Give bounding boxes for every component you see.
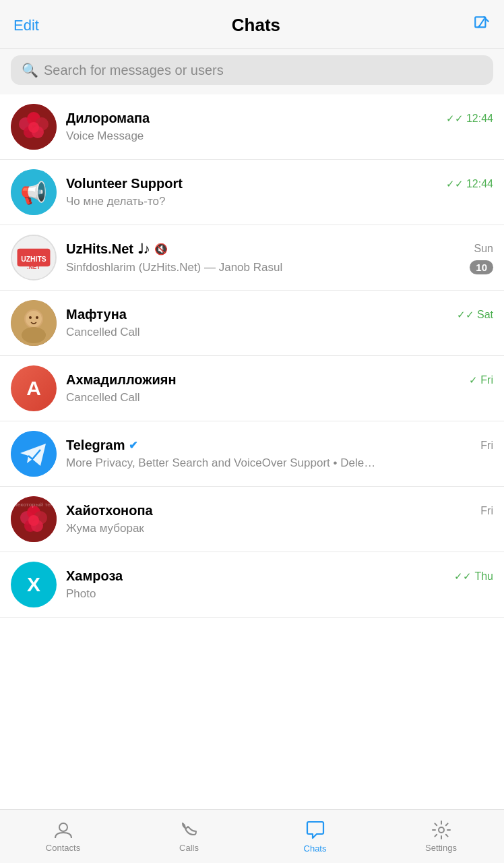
avatar-letter: X bbox=[27, 573, 40, 596]
chat-top-row: UzHits.Net ♩♪ 🔇 Sun bbox=[66, 241, 493, 257]
svg-point-18 bbox=[29, 316, 32, 319]
chat-content: UzHits.Net ♩♪ 🔇 Sun Sinfdoshlarim (UzHit… bbox=[66, 241, 493, 274]
chat-message: Voice Message bbox=[66, 129, 376, 143]
chat-content: Хайотхонопа Fri Жума муборак bbox=[66, 503, 493, 535]
chat-top-row: Дилоромапа ✓✓ 12:44 bbox=[66, 111, 493, 126]
compose-button[interactable] bbox=[473, 15, 491, 36]
chat-time: ✓ Fri bbox=[469, 374, 493, 386]
svg-point-27 bbox=[28, 515, 39, 526]
search-input[interactable]: 🔍 Search for messages or users bbox=[11, 55, 493, 85]
chat-bottom-row: Sinfdoshlarim (UzHits.Net) — Janob Rasul… bbox=[66, 260, 493, 274]
chat-message: More Privacy, Better Search and VoiceOve… bbox=[66, 456, 376, 470]
tab-contacts-label: Contacts bbox=[46, 843, 80, 853]
page-title: Chats bbox=[232, 15, 280, 36]
chat-message: Cancelled Call bbox=[66, 391, 376, 405]
chat-name: Хамроза bbox=[66, 568, 123, 584]
avatar: A bbox=[11, 365, 57, 411]
svg-point-30 bbox=[439, 827, 444, 833]
single-checkmark-icon: ✓ bbox=[469, 374, 478, 386]
settings-icon bbox=[431, 820, 451, 840]
chat-name: Дилоромапа bbox=[66, 111, 150, 126]
chat-top-row: Volunteer Support ✓✓ 12:44 bbox=[66, 176, 493, 191]
tab-calls-label: Calls bbox=[179, 843, 199, 853]
chat-list: Дилоромапа ✓✓ 12:44 Voice Message 📢 bbox=[0, 94, 504, 618]
chat-name: Мафтуна bbox=[66, 307, 127, 322]
avatar bbox=[11, 300, 57, 346]
verified-icon: ✔ bbox=[129, 439, 137, 452]
list-item[interactable]: A Ахмадилложиян ✓ Fri Cancelled Call bbox=[0, 356, 504, 421]
avatar-uzhits-image: UZHITS .NET bbox=[12, 235, 55, 280]
compose-icon bbox=[473, 15, 491, 32]
avatar: некоторый текст bbox=[11, 496, 57, 542]
chat-content: Telegram ✔ Fri More Privacy, Better Sear… bbox=[66, 438, 493, 470]
muted-icon: 🔇 bbox=[154, 243, 168, 256]
chat-message: Жума муборак bbox=[66, 522, 376, 535]
avatar-image bbox=[11, 104, 57, 150]
chat-time: ✓✓ 12:44 bbox=[446, 178, 493, 190]
double-checkmark-icon: ✓✓ bbox=[446, 178, 464, 190]
double-checkmark-icon: ✓✓ bbox=[446, 113, 464, 125]
search-placeholder: Search for messages or users bbox=[44, 63, 224, 78]
avatar-volunteer-image: 📢 bbox=[11, 169, 57, 215]
chat-time: Sun bbox=[474, 243, 493, 255]
avatar: 📢 bbox=[11, 169, 57, 215]
svg-point-17 bbox=[26, 311, 42, 327]
svg-text:некоторый текст: некоторый текст bbox=[14, 502, 57, 508]
chat-time: Fri bbox=[480, 505, 493, 517]
list-item[interactable]: Дилоромапа ✓✓ 12:44 Voice Message bbox=[0, 94, 504, 160]
double-checkmark-icon: ✓✓ bbox=[457, 309, 474, 321]
list-item[interactable]: Telegram ✔ Fri More Privacy, Better Sear… bbox=[0, 421, 504, 487]
chat-name: UzHits.Net ♩♪ 🔇 bbox=[66, 241, 168, 257]
avatar bbox=[11, 431, 57, 477]
avatar: UZHITS .NET bbox=[11, 235, 57, 280]
avatar-maftuna-image bbox=[11, 300, 57, 346]
chat-message: Photo bbox=[66, 587, 376, 601]
chat-content: Мафтуна ✓✓ Sat Cancelled Call bbox=[66, 307, 493, 339]
chat-time: ✓✓ Thu bbox=[454, 570, 493, 583]
chat-top-row: Хайотхонопа Fri bbox=[66, 503, 493, 518]
search-icon: 🔍 bbox=[22, 62, 38, 78]
tab-settings[interactable]: Settings bbox=[378, 810, 504, 863]
svg-point-29 bbox=[59, 823, 67, 831]
avatar-telegram-image bbox=[11, 431, 57, 477]
edit-button[interactable]: Edit bbox=[13, 17, 39, 34]
chat-content: Дилоромапа ✓✓ 12:44 Voice Message bbox=[66, 111, 493, 143]
list-item[interactable]: X Хамроза ✓✓ Thu Photo bbox=[0, 552, 504, 618]
list-item[interactable]: Мафтуна ✓✓ Sat Cancelled Call bbox=[0, 291, 504, 356]
search-bar: 🔍 Search for messages or users bbox=[0, 49, 504, 94]
avatar-letter: A bbox=[26, 377, 41, 400]
chats-icon bbox=[305, 819, 326, 841]
chat-name: Ахмадилложиян bbox=[66, 372, 177, 388]
chat-time: Fri bbox=[480, 440, 493, 452]
chat-content: Volunteer Support ✓✓ 12:44 Чо мне делать… bbox=[66, 176, 493, 208]
chat-content: Хамроза ✓✓ Thu Photo bbox=[66, 568, 493, 601]
avatar bbox=[11, 104, 57, 150]
list-item[interactable]: некоторый текст Хайотхонопа Fri Жума муб… bbox=[0, 487, 504, 552]
chat-message: Sinfdoshlarim (UzHits.Net) — Janob Rasul bbox=[66, 261, 282, 274]
tab-settings-label: Settings bbox=[425, 843, 457, 853]
chat-content: Ахмадилложиян ✓ Fri Cancelled Call bbox=[66, 372, 493, 405]
tab-contacts[interactable]: Contacts bbox=[0, 810, 126, 863]
double-checkmark-icon: ✓✓ bbox=[454, 570, 472, 583]
chat-time: ✓✓ 12:44 bbox=[446, 113, 493, 125]
list-item[interactable]: UZHITS .NET UzHits.Net ♩♪ 🔇 Sun Sinfdosh… bbox=[0, 225, 504, 291]
svg-point-16 bbox=[22, 327, 46, 343]
header: Edit Chats bbox=[0, 0, 504, 49]
list-item[interactable]: 📢 Volunteer Support ✓✓ 12:44 Чо мне дела… bbox=[0, 160, 504, 225]
chat-top-row: Хамроза ✓✓ Thu bbox=[66, 568, 493, 584]
chat-message: Чо мне делать-то? bbox=[66, 195, 376, 208]
avatar: X bbox=[11, 562, 57, 607]
svg-text:UZHITS: UZHITS bbox=[21, 256, 46, 263]
chat-top-row: Мафтуна ✓✓ Sat bbox=[66, 307, 493, 322]
chat-name: Telegram ✔ bbox=[66, 438, 137, 453]
contacts-icon bbox=[53, 820, 73, 840]
chat-top-row: Ахмадилложиян ✓ Fri bbox=[66, 372, 493, 388]
svg-text:.NET: .NET bbox=[27, 264, 40, 270]
tab-calls[interactable]: Calls bbox=[126, 810, 252, 863]
chat-time: ✓✓ Sat bbox=[457, 309, 493, 321]
chat-name: Volunteer Support bbox=[66, 176, 183, 191]
calls-icon bbox=[179, 820, 199, 840]
svg-point-19 bbox=[36, 316, 38, 319]
tab-chats[interactable]: Chats bbox=[252, 810, 378, 863]
chat-top-row: Telegram ✔ Fri bbox=[66, 438, 493, 453]
